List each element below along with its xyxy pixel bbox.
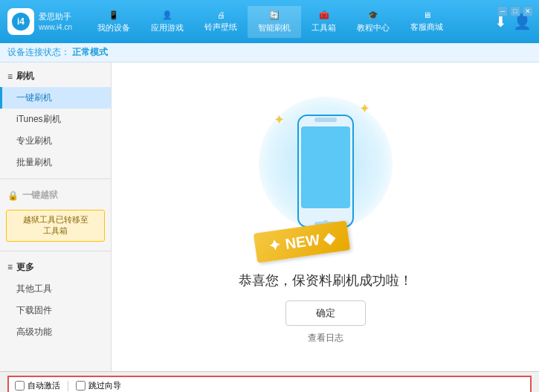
shop-icon: 🖥: [423, 10, 431, 19]
flash-icon: 🔄: [269, 10, 280, 20]
nav-shop[interactable]: 🖥 客服商城: [400, 6, 454, 37]
window-controls: ─ □ ✕: [497, 6, 533, 16]
auto-activate-row: 自动激活 跳过向导: [15, 380, 124, 391]
sidebar-section-more: ≡ 更多 其他工具 下载固件 高级功能: [0, 254, 111, 346]
flash-section-icon: ≡: [7, 71, 13, 82]
auto-activate-label[interactable]: 自动激活: [15, 380, 60, 391]
main-content: ✦ NEW ◆ ✦ ✦ 恭喜您，保资料刷机成功啦！ 确定 查看日志: [112, 62, 539, 371]
apps-icon: 👤: [162, 10, 172, 20]
svg-rect-4: [314, 118, 337, 122]
tutorial-icon: 🎓: [368, 10, 378, 20]
sidebar-header-jailbreak: 🔒 一键越狱: [0, 184, 111, 206]
sidebar-item-pro[interactable]: 专业刷机: [0, 130, 111, 152]
nav-flash[interactable]: 🔄 智能刷机: [248, 6, 301, 38]
maximize-button[interactable]: □: [510, 6, 520, 16]
device-icon: 📱: [109, 10, 119, 20]
auto-guide-label[interactable]: 跳过向导: [76, 380, 121, 391]
sidebar: ≡ 刷机 一键刷机 iTunes刷机 专业刷机 批量刷机 🔒 一键越狱 越狱工具…: [0, 62, 112, 371]
sidebar-item-download-fw[interactable]: 下载固件: [0, 300, 111, 321]
sidebar-divider-2: [0, 251, 111, 251]
logo-icon: i4: [7, 8, 34, 35]
sidebar-section-flash: ≡ 刷机 一键刷机 iTunes刷机 专业刷机 批量刷机: [0, 62, 111, 176]
nav-my-device[interactable]: 📱 我的设备: [87, 6, 141, 38]
sidebar-item-other-tools[interactable]: 其他工具: [0, 278, 111, 300]
phone-illustration: ✦ NEW ◆ ✦ ✦: [251, 89, 400, 253]
sparkle-right: ✦: [359, 100, 370, 117]
sidebar-item-advanced[interactable]: 高级功能: [0, 321, 111, 343]
device-panel: 自动激活 跳过向导 📱 iPhone 15 Pro Max 512GB iPho…: [7, 376, 532, 392]
ringtone-icon: 🖨: [217, 10, 225, 19]
auto-guide-checkbox[interactable]: [76, 381, 85, 391]
sidebar-item-batch[interactable]: 批量刷机: [0, 152, 111, 173]
main-layout: ≡ 刷机 一键刷机 iTunes刷机 专业刷机 批量刷机 🔒 一键越狱 越狱工具…: [0, 62, 539, 371]
nav-bar: 📱 我的设备 👤 应用游戏 🖨 铃声壁纸 🔄 智能刷机 🧰 工具箱 🎓 教程中心…: [87, 6, 494, 38]
minimize-button[interactable]: ─: [497, 6, 508, 16]
sidebar-divider-1: [0, 179, 111, 179]
sidebar-section-jailbreak: 🔒 一键越狱 越狱工具已转移至工具箱: [0, 181, 111, 248]
logo-text: 爱思助手 www.i4.cn: [39, 11, 72, 31]
phone-svg: [292, 112, 359, 231]
jailbreak-notice: 越狱工具已转移至工具箱: [6, 210, 105, 242]
new-banner: ✦ NEW ◆: [253, 220, 349, 263]
confirm-button[interactable]: 确定: [285, 301, 366, 326]
sidebar-item-itunes[interactable]: iTunes刷机: [0, 109, 111, 130]
app-logo: i4 爱思助手 www.i4.cn: [7, 8, 72, 35]
sidebar-header-more: ≡ 更多: [0, 257, 111, 278]
toolbox-icon: 🧰: [319, 10, 329, 20]
lock-icon: 🔒: [7, 190, 19, 201]
success-message: 恭喜您，保资料刷机成功啦！: [239, 271, 413, 289]
more-section-icon: ≡: [7, 262, 13, 272]
sparkle-left: ✦: [274, 112, 285, 128]
close-button[interactable]: ✕: [523, 6, 533, 16]
options-separator: [68, 381, 68, 391]
nav-tutorial[interactable]: 🎓 教程中心: [346, 6, 400, 38]
sidebar-item-onekey[interactable]: 一键刷机: [0, 87, 111, 109]
options-column: 自动激活 跳过向导 📱 iPhone 15 Pro Max 512GB iPho…: [15, 380, 124, 392]
nav-ringtones[interactable]: 🖨 铃声壁纸: [194, 6, 248, 37]
svg-text:i4: i4: [17, 16, 25, 27]
subheader: 设备连接状态： 正常模式: [0, 43, 539, 62]
app-header: i4 爱思助手 www.i4.cn 📱 我的设备 👤 应用游戏 🖨 铃声壁纸 🔄…: [0, 0, 539, 43]
sidebar-header-flash: ≡ 刷机: [0, 65, 111, 87]
auto-activate-checkbox[interactable]: [15, 381, 25, 391]
nav-toolbox[interactable]: 🧰 工具箱: [301, 6, 346, 38]
log-link[interactable]: 查看日志: [308, 332, 343, 344]
svg-rect-3: [301, 126, 350, 208]
nav-apps[interactable]: 👤 应用游戏: [141, 6, 194, 38]
